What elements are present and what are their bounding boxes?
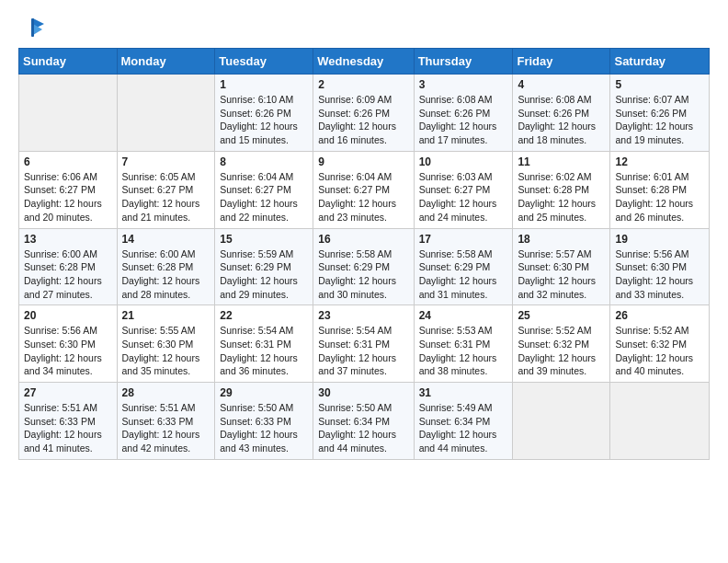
calendar-cell: 21Sunrise: 5:55 AMSunset: 6:30 PMDayligh… — [117, 305, 215, 383]
calendar-cell: 23Sunrise: 5:54 AMSunset: 6:31 PMDayligh… — [313, 305, 414, 383]
calendar-cell: 22Sunrise: 5:54 AMSunset: 6:31 PMDayligh… — [215, 305, 313, 383]
calendar-cell: 5Sunrise: 6:07 AMSunset: 6:26 PMDaylight… — [610, 75, 710, 152]
calendar-cell: 25Sunrise: 5:52 AMSunset: 6:32 PMDayligh… — [513, 305, 610, 383]
day-number: 7 — [122, 155, 210, 168]
cell-info: Sunrise: 5:50 AMSunset: 6:33 PMDaylight:… — [220, 401, 308, 455]
calendar-cell: 30Sunrise: 5:50 AMSunset: 6:34 PMDayligh… — [313, 383, 414, 460]
day-number: 8 — [220, 155, 308, 168]
calendar-cell: 11Sunrise: 6:02 AMSunset: 6:28 PMDayligh… — [513, 151, 610, 228]
calendar-cell — [513, 383, 610, 460]
cell-info: Sunrise: 5:55 AMSunset: 6:30 PMDaylight:… — [122, 324, 210, 378]
calendar-cell: 19Sunrise: 5:56 AMSunset: 6:30 PMDayligh… — [610, 228, 710, 305]
cell-info: Sunrise: 5:52 AMSunset: 6:32 PMDaylight:… — [518, 324, 605, 378]
day-number: 12 — [615, 155, 704, 168]
cell-info: Sunrise: 5:57 AMSunset: 6:30 PMDaylight:… — [518, 247, 605, 302]
calendar-cell: 27Sunrise: 5:51 AMSunset: 6:33 PMDayligh… — [19, 383, 118, 460]
day-number: 22 — [220, 309, 308, 322]
weekday-header-row: SundayMondayTuesdayWednesdayThursdayFrid… — [19, 49, 710, 75]
day-number: 6 — [24, 155, 112, 168]
svg-rect-2 — [31, 18, 34, 37]
calendar-cell: 12Sunrise: 6:01 AMSunset: 6:28 PMDayligh… — [610, 151, 710, 228]
day-number: 26 — [615, 309, 704, 322]
calendar-cell: 29Sunrise: 5:50 AMSunset: 6:33 PMDayligh… — [215, 383, 313, 460]
day-number: 17 — [419, 233, 508, 246]
cell-info: Sunrise: 6:00 AMSunset: 6:28 PMDaylight:… — [122, 247, 210, 302]
day-number: 16 — [318, 233, 408, 246]
cell-info: Sunrise: 5:54 AMSunset: 6:31 PMDaylight:… — [318, 324, 408, 378]
cell-info: Sunrise: 5:54 AMSunset: 6:31 PMDaylight:… — [220, 324, 308, 378]
cell-info: Sunrise: 6:01 AMSunset: 6:28 PMDaylight:… — [615, 170, 704, 224]
weekday-header-thursday: Thursday — [414, 49, 513, 75]
cell-info: Sunrise: 5:53 AMSunset: 6:31 PMDaylight:… — [419, 324, 508, 378]
day-number: 11 — [518, 155, 605, 168]
cell-info: Sunrise: 5:51 AMSunset: 6:33 PMDaylight:… — [24, 401, 112, 455]
day-number: 1 — [220, 78, 308, 91]
day-number: 13 — [24, 233, 112, 246]
calendar-cell: 6Sunrise: 6:06 AMSunset: 6:27 PMDaylight… — [19, 151, 118, 228]
weekday-header-tuesday: Tuesday — [215, 49, 313, 75]
day-number: 21 — [122, 309, 210, 322]
day-number: 10 — [419, 155, 508, 168]
week-row-4: 20Sunrise: 5:56 AMSunset: 6:30 PMDayligh… — [19, 305, 710, 383]
calendar-cell: 17Sunrise: 5:58 AMSunset: 6:29 PMDayligh… — [414, 228, 513, 305]
cell-info: Sunrise: 6:04 AMSunset: 6:27 PMDaylight:… — [220, 170, 308, 224]
cell-info: Sunrise: 5:51 AMSunset: 6:33 PMDaylight:… — [122, 401, 210, 455]
day-number: 23 — [318, 309, 408, 322]
cell-info: Sunrise: 5:59 AMSunset: 6:29 PMDaylight:… — [220, 247, 308, 302]
day-number: 27 — [24, 386, 112, 399]
day-number: 9 — [318, 155, 408, 168]
cell-info: Sunrise: 6:07 AMSunset: 6:26 PMDaylight:… — [615, 93, 704, 147]
week-row-2: 6Sunrise: 6:06 AMSunset: 6:27 PMDaylight… — [19, 151, 710, 228]
calendar-cell: 4Sunrise: 6:08 AMSunset: 6:26 PMDaylight… — [513, 75, 610, 152]
calendar-cell — [19, 75, 118, 152]
calendar-cell: 14Sunrise: 6:00 AMSunset: 6:28 PMDayligh… — [117, 228, 215, 305]
calendar-cell: 16Sunrise: 5:58 AMSunset: 6:29 PMDayligh… — [313, 228, 414, 305]
cell-info: Sunrise: 5:56 AMSunset: 6:30 PMDaylight:… — [24, 324, 112, 378]
cell-info: Sunrise: 5:58 AMSunset: 6:29 PMDaylight:… — [419, 247, 508, 302]
cell-info: Sunrise: 5:50 AMSunset: 6:34 PMDaylight:… — [318, 401, 408, 455]
calendar-cell: 20Sunrise: 5:56 AMSunset: 6:30 PMDayligh… — [19, 305, 118, 383]
calendar-cell: 8Sunrise: 6:04 AMSunset: 6:27 PMDaylight… — [215, 151, 313, 228]
week-row-5: 27Sunrise: 5:51 AMSunset: 6:33 PMDayligh… — [19, 383, 710, 460]
day-number: 4 — [518, 78, 605, 91]
calendar-cell: 2Sunrise: 6:09 AMSunset: 6:26 PMDaylight… — [313, 75, 414, 152]
day-number: 18 — [518, 233, 605, 246]
logo-icon — [20, 15, 46, 40]
cell-info: Sunrise: 6:04 AMSunset: 6:27 PMDaylight:… — [318, 170, 408, 224]
calendar-cell: 28Sunrise: 5:51 AMSunset: 6:33 PMDayligh… — [117, 383, 215, 460]
cell-info: Sunrise: 6:08 AMSunset: 6:26 PMDaylight:… — [518, 93, 605, 147]
cell-info: Sunrise: 6:00 AMSunset: 6:28 PMDaylight:… — [24, 247, 112, 302]
weekday-header-saturday: Saturday — [610, 49, 710, 75]
cell-info: Sunrise: 6:06 AMSunset: 6:27 PMDaylight:… — [24, 170, 112, 224]
day-number: 2 — [318, 78, 408, 91]
cell-info: Sunrise: 6:09 AMSunset: 6:26 PMDaylight:… — [318, 93, 408, 147]
cell-info: Sunrise: 6:05 AMSunset: 6:27 PMDaylight:… — [122, 170, 210, 224]
weekday-header-sunday: Sunday — [19, 49, 118, 75]
day-number: 25 — [518, 309, 605, 322]
calendar-table: SundayMondayTuesdayWednesdayThursdayFrid… — [18, 48, 710, 460]
day-number: 31 — [419, 386, 508, 399]
week-row-1: 1Sunrise: 6:10 AMSunset: 6:26 PMDaylight… — [19, 75, 710, 152]
cell-info: Sunrise: 6:08 AMSunset: 6:26 PMDaylight:… — [419, 93, 508, 147]
cell-info: Sunrise: 5:52 AMSunset: 6:32 PMDaylight:… — [615, 324, 704, 378]
calendar-cell: 13Sunrise: 6:00 AMSunset: 6:28 PMDayligh… — [19, 228, 118, 305]
calendar-cell: 10Sunrise: 6:03 AMSunset: 6:27 PMDayligh… — [414, 151, 513, 228]
calendar-cell — [117, 75, 215, 152]
day-number: 3 — [419, 78, 508, 91]
day-number: 24 — [419, 309, 508, 322]
calendar-cell: 18Sunrise: 5:57 AMSunset: 6:30 PMDayligh… — [513, 228, 610, 305]
cell-info: Sunrise: 6:10 AMSunset: 6:26 PMDaylight:… — [220, 93, 308, 147]
weekday-header-wednesday: Wednesday — [313, 49, 414, 75]
weekday-header-friday: Friday — [513, 49, 610, 75]
day-number: 5 — [615, 78, 704, 91]
day-number: 15 — [220, 233, 308, 246]
calendar-cell: 7Sunrise: 6:05 AMSunset: 6:27 PMDaylight… — [117, 151, 215, 228]
calendar-cell: 3Sunrise: 6:08 AMSunset: 6:26 PMDaylight… — [414, 75, 513, 152]
calendar-cell: 31Sunrise: 5:49 AMSunset: 6:34 PMDayligh… — [414, 383, 513, 460]
week-row-3: 13Sunrise: 6:00 AMSunset: 6:28 PMDayligh… — [19, 228, 710, 305]
calendar-cell: 9Sunrise: 6:04 AMSunset: 6:27 PMDaylight… — [313, 151, 414, 228]
cell-info: Sunrise: 6:02 AMSunset: 6:28 PMDaylight:… — [518, 170, 605, 224]
day-number: 29 — [220, 386, 308, 399]
header — [18, 15, 710, 37]
calendar-cell: 26Sunrise: 5:52 AMSunset: 6:32 PMDayligh… — [610, 305, 710, 383]
